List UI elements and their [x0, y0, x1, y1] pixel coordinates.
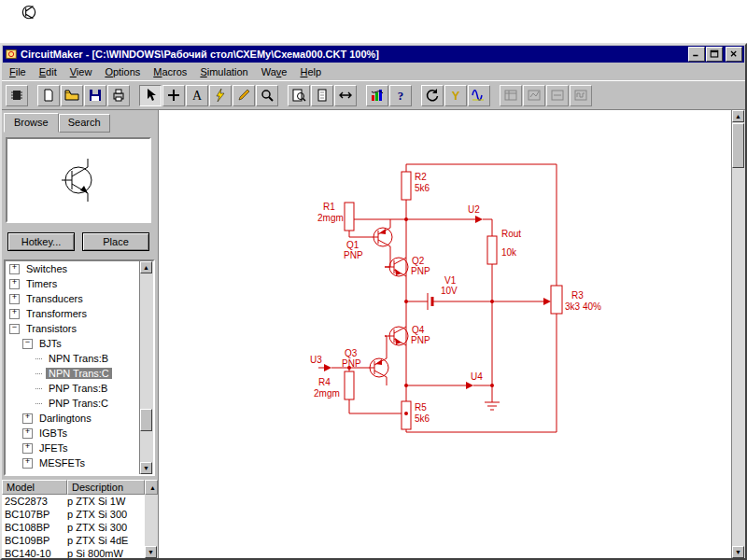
description-column-header[interactable]: Description	[67, 480, 145, 495]
probe-button[interactable]: Y	[444, 85, 467, 106]
canvas-scrollbar[interactable]: ▲ ▼	[731, 110, 745, 558]
open-button[interactable]	[61, 85, 83, 106]
menu-edit[interactable]: Edit	[33, 64, 63, 79]
schematic-canvas[interactable]: Q1 PNP Q2 PNP	[159, 110, 732, 558]
component-r3[interactable]: R3 3k3 40%	[543, 286, 601, 314]
tree-item-pnp-trans-b[interactable]: PNP Trans:B	[6, 381, 140, 396]
component-r5[interactable]: R5 5k6	[402, 401, 430, 429]
edit-tool-button[interactable]	[233, 85, 255, 106]
component-r2[interactable]: R2 5k6	[402, 172, 430, 200]
sidebar: Browse Search Hotkey... Place +Switches+…	[2, 110, 158, 558]
model-row-bc107bp[interactable]: BC107BPp ZTX Si 300	[2, 508, 145, 521]
terminal-u2[interactable]: U2	[468, 204, 483, 223]
save-button[interactable]	[84, 85, 106, 106]
table-scroll-up-icon[interactable]: ▲	[145, 480, 158, 495]
svg-text:R2: R2	[415, 172, 427, 182]
hotkey-button[interactable]: Hotkey...	[7, 232, 75, 251]
print-button[interactable]	[107, 85, 130, 106]
pan-button[interactable]	[334, 85, 357, 106]
expand-icon[interactable]: +	[9, 309, 20, 319]
new-button[interactable]	[37, 85, 60, 106]
tree-item-pnp-trans-c[interactable]: PNP Trans:C	[6, 396, 140, 411]
maximize-button[interactable]	[706, 47, 723, 62]
expand-icon[interactable]: +	[22, 413, 33, 424]
terminal-u3[interactable]: U3	[310, 355, 331, 371]
tree-item-bjts[interactable]: −BJTs	[6, 336, 140, 351]
component-q4[interactable]: Q4 PNP	[385, 325, 430, 345]
expand-icon[interactable]: +	[22, 428, 33, 439]
tree-item-darlingtons[interactable]: +Darlingtons	[6, 411, 140, 426]
app-icon[interactable]	[5, 48, 18, 61]
title-bar[interactable]: CircuitMaker - [C:\WINDOWS\Рабочий стол\…	[3, 46, 744, 63]
menu-options[interactable]: Options	[98, 64, 147, 79]
expand-icon[interactable]: +	[9, 294, 20, 304]
model-row-bc109bp[interactable]: BC109BPp ZTX Si 4dE	[2, 534, 145, 547]
tree-item-timers[interactable]: +Timers	[6, 276, 140, 291]
tree-item-igbts[interactable]: +IGBTs	[6, 426, 140, 441]
desktop-shortcut-icon[interactable]	[20, 2, 38, 21]
breakpoint-icon	[550, 88, 565, 103]
analyses-button[interactable]	[366, 85, 388, 106]
expand-icon[interactable]: +	[22, 443, 33, 454]
component-q2[interactable]: Q2 PNP	[385, 256, 430, 276]
canvas-scroll-thumb[interactable]	[732, 123, 744, 168]
tab-search[interactable]: Search	[59, 114, 110, 133]
scroll-up-icon[interactable]: ▲	[140, 261, 152, 273]
menu-view[interactable]: View	[63, 64, 99, 79]
collapse-icon[interactable]: −	[9, 324, 20, 334]
delete-tool-button[interactable]	[209, 85, 232, 106]
menu-simulation[interactable]: Simulation	[193, 64, 254, 79]
model-row-bc108bp[interactable]: BC108BPp ZTX Si 300	[2, 521, 145, 534]
component-r1[interactable]: R1 2mgm	[317, 202, 354, 231]
reset-button[interactable]	[421, 85, 444, 106]
tree-item-transistors[interactable]: −Transistors	[6, 321, 140, 336]
zoom-fit-button[interactable]	[288, 85, 310, 106]
menu-wave[interactable]: Wave	[255, 64, 294, 79]
tree-item-transducers[interactable]: +Transducers	[6, 291, 140, 306]
zoom-tool-button[interactable]	[256, 85, 278, 106]
help-button[interactable]: ?	[389, 85, 412, 106]
tree-item-transformers[interactable]: +Transformers	[6, 306, 140, 321]
menu-macros[interactable]: Macros	[147, 64, 193, 79]
tree-item-switches[interactable]: +Switches	[6, 261, 140, 276]
scroll-down-icon[interactable]: ▼	[140, 462, 152, 474]
tree-leaf-dash	[35, 373, 42, 374]
scroll-thumb[interactable]	[140, 409, 152, 431]
device-select-button[interactable]	[6, 85, 28, 106]
model-row-bc140-10[interactable]: BC140-10p Si 800mW	[2, 547, 145, 558]
model-row-2sc2873[interactable]: 2SC2873p ZTX Si 1W	[2, 495, 145, 508]
new-icon	[41, 88, 56, 103]
menu-help[interactable]: Help	[293, 64, 328, 79]
menu-file[interactable]: File	[3, 64, 33, 79]
component-q1[interactable]: Q1 PNP	[344, 228, 392, 260]
tree-item-mesfets[interactable]: +MESFETs	[6, 455, 140, 470]
zoom-normal-button[interactable]	[311, 85, 333, 106]
model-table-scrollbar[interactable]: ▼	[145, 495, 158, 558]
table-scroll-down-icon[interactable]: ▼	[145, 546, 157, 558]
svg-text:Q1: Q1	[346, 240, 359, 250]
arrow-tool-button[interactable]	[139, 85, 162, 106]
tree-item-npn-trans-c[interactable]: NPN Trans:C	[6, 366, 140, 381]
close-button[interactable]	[726, 47, 742, 62]
collapse-icon[interactable]: −	[22, 339, 33, 349]
expand-icon[interactable]: +	[22, 458, 33, 469]
place-button[interactable]: Place	[82, 232, 149, 251]
canvas-scroll-down-icon[interactable]: ▼	[732, 546, 744, 558]
waveforms-button[interactable]	[468, 85, 490, 106]
component-r4[interactable]: R4 2mgm	[314, 371, 354, 399]
window-controls	[688, 47, 742, 62]
tree-item-jfets[interactable]: +JFETs	[6, 441, 140, 455]
text-tool-button[interactable]: A	[186, 85, 208, 106]
expand-icon[interactable]: +	[9, 279, 20, 289]
canvas-scroll-up-icon[interactable]: ▲	[732, 110, 744, 122]
expand-icon[interactable]: +	[9, 264, 20, 274]
tree-item-npn-trans-b[interactable]: NPN Trans:B	[6, 351, 140, 366]
component-v1[interactable]: V1 10V	[428, 275, 458, 310]
tree-scrollbar[interactable]: ▲ ▼	[139, 261, 153, 474]
step-button	[500, 85, 522, 106]
wire-tool-button[interactable]	[162, 85, 185, 106]
tab-browse[interactable]: Browse	[4, 113, 59, 133]
terminal-u4[interactable]: U4	[466, 371, 483, 389]
minimize-button[interactable]	[688, 47, 705, 62]
model-column-header[interactable]: Model	[2, 480, 67, 495]
